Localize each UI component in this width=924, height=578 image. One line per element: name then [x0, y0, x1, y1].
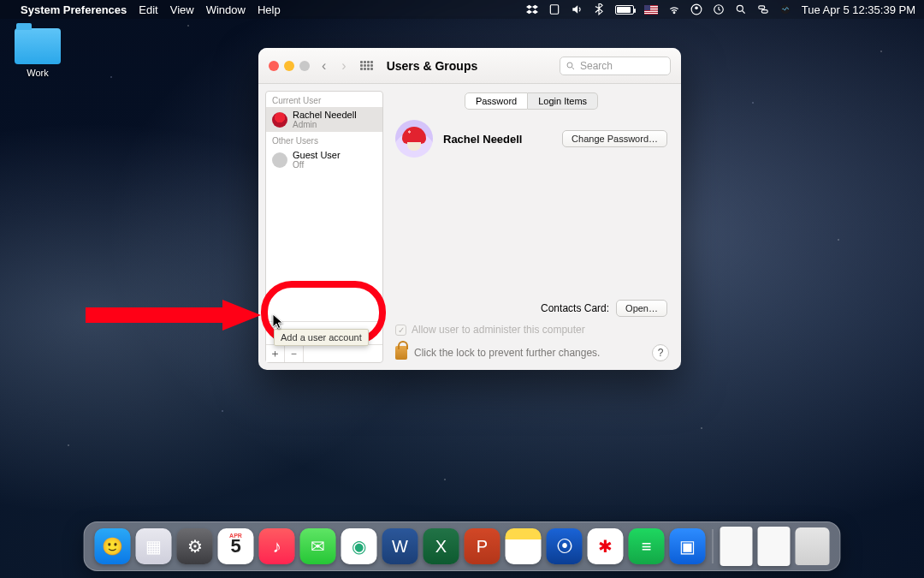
menu-help[interactable]: Help — [258, 3, 281, 16]
tab-login-items[interactable]: Login Items — [528, 92, 598, 110]
back-button[interactable]: ‹ — [318, 58, 329, 74]
svg-rect-0 — [550, 5, 558, 15]
dock-launchpad[interactable]: ▦ — [136, 528, 172, 564]
folder-label: Work — [27, 68, 48, 78]
menu-edit[interactable]: Edit — [139, 3, 157, 16]
users-sidebar: Current User Rachel Needell Admin Other … — [265, 91, 383, 363]
dock-word[interactable]: W — [382, 528, 418, 564]
window-title: Users & Groups — [387, 59, 478, 73]
svg-rect-6 — [761, 10, 767, 13]
main-panel: Password Login Items Rachel Needell Chan… — [383, 84, 681, 370]
add-user-button[interactable]: ＋ — [266, 345, 285, 362]
admin-checkbox: ✓ — [395, 325, 406, 336]
sidebar-user-guest[interactable]: Guest User Off — [266, 147, 382, 172]
user-role: Admin — [293, 120, 357, 129]
control-center-icon[interactable] — [757, 3, 769, 15]
annotation-arrow — [86, 298, 265, 332]
change-password-button[interactable]: Change Password… — [562, 130, 667, 147]
zoom-button[interactable] — [299, 61, 310, 71]
bluetooth-icon[interactable] — [593, 3, 605, 15]
prefs-window: ‹ › Users & Groups Search Current User R… — [258, 48, 681, 370]
menubar[interactable]: System Preferences Edit View Window Help… — [0, 0, 924, 19]
dock-recent-doc2[interactable] — [758, 527, 791, 566]
user-switch-icon[interactable] — [690, 3, 702, 15]
spotlight-icon[interactable] — [735, 3, 747, 15]
forward-button: › — [338, 58, 349, 74]
close-button[interactable] — [269, 61, 279, 71]
svg-point-8 — [567, 63, 572, 68]
section-other-users: Other Users — [266, 132, 382, 147]
traffic-lights — [269, 61, 310, 71]
window-toolbar: ‹ › Users & Groups Search — [258, 48, 681, 84]
dock-spotify[interactable]: ≡ — [629, 528, 665, 564]
remove-user-button[interactable]: － — [285, 345, 304, 362]
app-menu[interactable]: System Preferences — [21, 3, 127, 16]
display-user-name: Rachel Needell — [443, 133, 523, 146]
minimize-button[interactable] — [284, 61, 294, 71]
user-name: Guest User — [293, 150, 341, 160]
sidebar-user-current[interactable]: Rachel Needell Admin — [266, 107, 382, 132]
dock-settings[interactable]: ⚙ — [177, 528, 213, 564]
dock-zoom[interactable]: ▣ — [670, 528, 706, 564]
menu-window[interactable]: Window — [206, 3, 246, 16]
dock-messages[interactable]: ✉ — [300, 528, 336, 564]
avatar-icon — [272, 152, 287, 168]
tab-password[interactable]: Password — [465, 92, 528, 110]
dock-recent-doc1[interactable] — [720, 527, 753, 566]
dock-separator — [713, 529, 714, 563]
search-icon — [566, 61, 576, 71]
svg-point-2 — [695, 7, 698, 10]
user-role: Off — [293, 160, 341, 170]
search-field[interactable]: Search — [560, 57, 671, 75]
battery-icon[interactable] — [615, 5, 634, 15]
lock-text: Click the lock to prevent further change… — [414, 347, 600, 359]
save-icon[interactable] — [548, 3, 560, 15]
menu-view[interactable]: View — [170, 3, 194, 16]
wifi-icon[interactable] — [668, 3, 680, 15]
dock-calendar[interactable]: APR5 — [218, 528, 254, 564]
dock-notes[interactable] — [506, 528, 542, 564]
folder-icon — [15, 28, 61, 64]
user-avatar[interactable] — [395, 120, 433, 158]
dock-finder[interactable]: 🙂 — [95, 528, 131, 564]
volume-icon[interactable] — [571, 3, 583, 15]
dock[interactable]: 🙂▦⚙APR5♪✉◉WXP⦿✱≡▣ — [84, 521, 841, 571]
timemachine-icon[interactable] — [713, 3, 725, 15]
clock[interactable]: Tue Apr 5 12:35:39 PM — [802, 3, 915, 16]
add-remove-bar: ＋ － — [266, 344, 382, 362]
tooltip-add-user: Add a user account — [274, 329, 369, 346]
dock-1password[interactable]: ⦿ — [547, 528, 583, 564]
search-placeholder: Search — [580, 60, 613, 72]
input-source-icon[interactable] — [644, 5, 658, 15]
open-contacts-button[interactable]: Open… — [616, 300, 667, 317]
dock-slack[interactable]: ✱ — [588, 528, 624, 564]
siri-icon[interactable] — [779, 3, 791, 15]
tab-group: Password Login Items — [395, 92, 667, 110]
dropbox-icon[interactable] — [526, 3, 538, 15]
help-button[interactable]: ? — [652, 344, 669, 361]
dock-music[interactable]: ♪ — [259, 528, 295, 564]
dock-powerpoint[interactable]: P — [465, 528, 500, 564]
user-name: Rachel Needell — [293, 110, 357, 120]
dock-chrome[interactable]: ◉ — [341, 528, 377, 564]
dock-trash[interactable] — [796, 527, 830, 565]
lock-icon[interactable] — [395, 346, 407, 360]
svg-point-4 — [737, 5, 743, 11]
avatar-icon — [272, 112, 287, 128]
admin-checkbox-label: Allow user to administer this computer — [412, 324, 585, 336]
desktop-folder-work[interactable]: Work — [12, 28, 63, 78]
svg-rect-5 — [759, 6, 765, 9]
show-all-button[interactable] — [358, 59, 375, 72]
contacts-card-label: Contacts Card: — [541, 302, 609, 314]
section-current-user: Current User — [266, 92, 382, 107]
dock-excel[interactable]: X — [424, 528, 459, 564]
admin-checkbox-row: ✓ Allow user to administer this computer — [395, 324, 585, 336]
